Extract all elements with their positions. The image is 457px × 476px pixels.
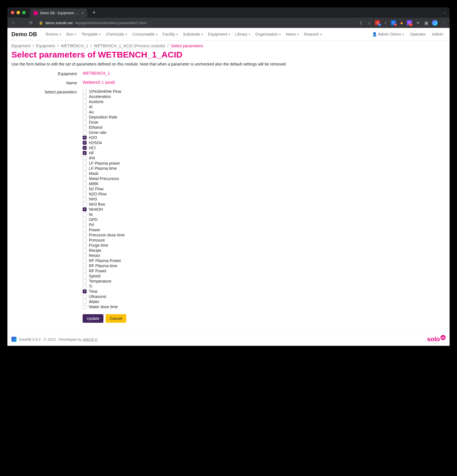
update-button[interactable]: Update bbox=[83, 314, 103, 323]
breadcrumb-item[interactable]: Equipment bbox=[11, 44, 30, 48]
parameter-row[interactable]: Ethanol bbox=[83, 125, 446, 130]
tabs-dropdown-icon[interactable]: ⌄ bbox=[443, 11, 446, 15]
forward-icon[interactable]: → bbox=[19, 20, 25, 25]
parameter-row[interactable]: HF bbox=[83, 151, 446, 155]
parameter-row[interactable]: NH3 bbox=[83, 197, 446, 201]
parameter-checkbox[interactable] bbox=[83, 274, 87, 278]
extension-icon[interactable]: ✦11 bbox=[407, 20, 412, 25]
parameter-checkbox[interactable] bbox=[83, 177, 87, 181]
browser-tab[interactable]: Demo DB · Equipment · Select… × bbox=[30, 9, 87, 18]
parameter-row[interactable]: Acceleration bbox=[83, 94, 446, 99]
parameter-checkbox[interactable] bbox=[83, 166, 87, 170]
parameter-row[interactable]: Acetone bbox=[83, 99, 446, 104]
parameter-row[interactable]: LF Plasma time bbox=[83, 166, 446, 171]
parameter-checkbox[interactable] bbox=[83, 254, 87, 258]
admin-demo-menu[interactable]: 👤 Admin Demo bbox=[370, 30, 406, 38]
maximize-window-icon[interactable] bbox=[22, 11, 26, 14]
reload-icon[interactable]: ⟳ bbox=[28, 20, 34, 26]
footer-vendor-link[interactable]: Jield B.V. bbox=[83, 337, 98, 342]
menu-item-template[interactable]: Template bbox=[79, 30, 103, 38]
extension-icon[interactable]: ●5 bbox=[375, 20, 380, 25]
parameter-row[interactable]: H2O bbox=[83, 135, 446, 140]
parameter-checkbox[interactable] bbox=[83, 100, 87, 104]
parameter-row[interactable]: Recipe bbox=[83, 248, 446, 253]
parameter-checkbox[interactable] bbox=[83, 213, 87, 216]
parameter-checkbox[interactable] bbox=[83, 279, 87, 283]
parameter-checkbox[interactable] bbox=[83, 151, 87, 155]
breadcrumb-item[interactable]: WETBENCH_1 bbox=[61, 44, 88, 48]
menu-item-library[interactable]: Library bbox=[233, 30, 252, 38]
parameter-row[interactable]: Temperature bbox=[83, 279, 446, 283]
parameter-checkbox[interactable] bbox=[83, 223, 87, 227]
menu-item-organisation[interactable]: Organisation bbox=[253, 30, 283, 38]
parameter-row[interactable]: Power bbox=[83, 228, 446, 232]
parameter-checkbox[interactable] bbox=[83, 269, 87, 273]
parameter-row[interactable]: Pd bbox=[83, 222, 446, 227]
parameter-row[interactable]: Grow rate bbox=[83, 130, 446, 135]
parameter-checkbox[interactable] bbox=[83, 89, 87, 93]
parameter-row[interactable]: Purge time bbox=[83, 243, 446, 248]
parameter-row[interactable]: H2SO4 bbox=[83, 140, 446, 145]
parameter-row[interactable]: Metal Precursors bbox=[83, 176, 446, 181]
parameter-row[interactable]: LF Plasma power bbox=[83, 161, 446, 166]
parameter-row[interactable]: HCl bbox=[83, 146, 446, 150]
parameter-row[interactable]: MIBK bbox=[83, 181, 446, 186]
parameter-row[interactable]: Time bbox=[83, 289, 446, 294]
parameter-row[interactable]: Au bbox=[83, 110, 446, 114]
parameter-checkbox[interactable] bbox=[83, 120, 87, 124]
extension-icon[interactable]: P0 bbox=[391, 20, 396, 25]
parameter-checkbox[interactable] bbox=[83, 110, 87, 114]
window-controls[interactable] bbox=[11, 11, 26, 14]
parameter-checkbox[interactable] bbox=[83, 264, 87, 268]
back-icon[interactable]: ← bbox=[11, 20, 17, 25]
parameter-checkbox[interactable] bbox=[83, 284, 87, 288]
parameter-checkbox[interactable] bbox=[83, 161, 87, 165]
profile-avatar-icon[interactable] bbox=[432, 20, 438, 26]
parameter-checkbox[interactable] bbox=[83, 95, 87, 99]
equipment-link[interactable]: WETBENCH_1 bbox=[83, 71, 110, 75]
menu-item-request[interactable]: Request bbox=[301, 30, 324, 38]
parameter-row[interactable]: NH4OH bbox=[83, 207, 446, 212]
admin-link[interactable]: Admin bbox=[430, 30, 446, 38]
extension-icon[interactable]: ❄ bbox=[383, 20, 388, 25]
operator-link[interactable]: Operator bbox=[408, 30, 428, 38]
parameter-checkbox[interactable] bbox=[83, 146, 87, 150]
parameter-checkbox[interactable] bbox=[83, 248, 87, 252]
panel-icon[interactable]: ▣ bbox=[423, 20, 429, 26]
parameter-checkbox[interactable] bbox=[83, 243, 87, 247]
menu-item-consumable[interactable]: Consumable bbox=[130, 30, 160, 38]
parameter-row[interactable]: Water bbox=[83, 299, 446, 304]
parameter-checkbox[interactable] bbox=[83, 125, 87, 129]
menu-item-run[interactable]: Run bbox=[64, 30, 79, 38]
name-link[interactable]: Wetbench 1 (acid) bbox=[83, 80, 115, 85]
extension-icon[interactable]: 🔥 bbox=[399, 20, 404, 25]
parameter-row[interactable]: 10%SiH4/He Flow bbox=[83, 89, 446, 94]
parameter-row[interactable]: Water dose time bbox=[83, 305, 446, 309]
close-tab-icon[interactable]: × bbox=[81, 11, 84, 15]
parameter-row[interactable]: Resist bbox=[83, 253, 446, 258]
parameter-checkbox[interactable] bbox=[83, 300, 87, 304]
parameter-row[interactable]: RF Plasma time bbox=[83, 263, 446, 268]
extensions-icon[interactable]: ✦ bbox=[415, 20, 421, 26]
parameter-checkbox[interactable] bbox=[83, 295, 87, 299]
bookmark-icon[interactable]: ☆ bbox=[366, 20, 372, 26]
parameter-checkbox[interactable] bbox=[83, 238, 87, 242]
address-bar[interactable]: 🔒 demo.solodb.net/equipment/module/selec… bbox=[36, 21, 355, 25]
parameter-checkbox[interactable] bbox=[83, 218, 87, 222]
menu-item-substrate[interactable]: Substrate bbox=[181, 30, 205, 38]
parameter-row[interactable]: Ultrasonic bbox=[83, 294, 446, 299]
parameter-checkbox[interactable] bbox=[83, 202, 87, 206]
parameter-checkbox[interactable] bbox=[83, 136, 87, 140]
parameter-checkbox[interactable] bbox=[83, 105, 87, 109]
cancel-button[interactable]: Cancel bbox=[106, 314, 126, 323]
parameter-checkbox[interactable] bbox=[83, 305, 87, 309]
menu-item-equipment[interactable]: Equipment bbox=[206, 30, 232, 38]
breadcrumb-item[interactable]: WETBENCH_1_ACID (Process module) bbox=[94, 44, 165, 48]
parameter-row[interactable]: IPA bbox=[83, 156, 446, 160]
parameter-row[interactable]: OPD bbox=[83, 217, 446, 222]
parameter-row[interactable]: RF Plasma Power bbox=[83, 258, 446, 263]
minimize-window-icon[interactable] bbox=[17, 11, 20, 14]
close-window-icon[interactable] bbox=[11, 11, 14, 14]
breadcrumb-item[interactable]: Equipment bbox=[36, 44, 55, 48]
parameter-checkbox[interactable] bbox=[83, 259, 87, 263]
